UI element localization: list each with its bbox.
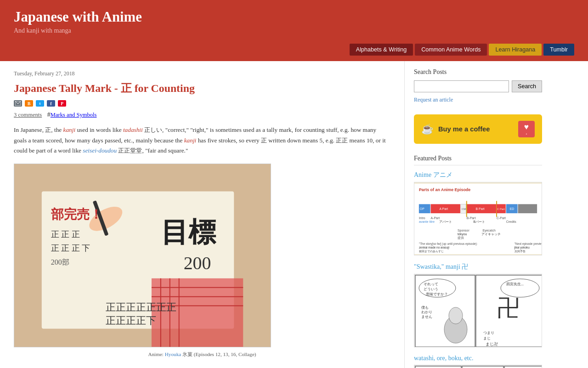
email-icon[interactable] [14, 100, 22, 107]
post-meta: 3 comments #Marks and Symbols [14, 111, 390, 119]
svg-text:僕も: 僕も [421, 306, 429, 310]
kanji-link-2[interactable]: kanji [184, 137, 197, 144]
svg-text:Bパート: Bパート [474, 220, 486, 223]
svg-text:Sponsor: Sponsor [458, 228, 469, 232]
post-tag-link[interactable]: Marks and Symbols [51, 112, 97, 118]
featured-item-3: watashi, ore, boku, etc. よく その人の こと かわいや [414, 355, 542, 368]
featured-link-1[interactable]: Anime アニメ [414, 171, 542, 179]
post-body: In Japanese, 正, the kanji used in words … [14, 125, 390, 156]
svg-text:200部: 200部 [51, 258, 69, 266]
post-title: Japanese Tally Mark - 正 for Counting [14, 81, 390, 96]
svg-text:tekyou: tekyou [458, 232, 467, 236]
svg-text:卍: 卍 [497, 295, 520, 321]
search-input[interactable] [414, 80, 509, 92]
svg-text:C Part: C Part [497, 208, 505, 210]
svg-rect-36 [518, 204, 537, 213]
svg-text:jikai yokoku: jikai yokoku [514, 246, 530, 249]
search-section: Search Posts Search Request an article [414, 68, 542, 103]
site-tagline: And kanji with manga [14, 27, 574, 34]
nav-common-words[interactable]: Common Anime Words [415, 44, 487, 56]
post-actions: B t f P [14, 100, 390, 107]
site-header: Japanese with Anime And kanji with manga [0, 0, 588, 44]
sidebar: Search Posts Search Request an article ☕… [404, 61, 551, 368]
svg-text:どういう: どういう [424, 287, 438, 291]
coffee-section: ☕ Buy me a coffee ♥ • [414, 114, 542, 144]
image-caption: Anime: Hyouka 氷菓 (Episodes 12, 13, 16, C… [14, 351, 390, 358]
svg-text:正正正正下: 正正正正下 [106, 315, 156, 326]
svg-text:B-Part: B-Part [467, 216, 476, 219]
request-article-link[interactable]: Request an article [414, 96, 453, 103]
svg-text:Eyecatch: Eyecatch [482, 228, 496, 232]
svg-text:A-Part: A-Part [431, 216, 440, 219]
blogger-icon[interactable]: B [25, 100, 33, 107]
coffee-heart-icon: ♥ • [518, 121, 535, 137]
svg-text:まじ卍: まじ卍 [486, 342, 498, 346]
svg-text:四宮先生...: 四宮先生... [506, 282, 524, 286]
svg-text:正正正正正正正: 正正正正正正正 [106, 301, 176, 312]
svg-text:OP: OP [420, 207, 424, 210]
main-content: Tuesday, February 27, 2018 Japanese Tall… [0, 61, 404, 368]
svg-text:アイキャッチ: アイキャッチ [481, 232, 501, 235]
seisei-link[interactable]: seisei-doudou [83, 147, 117, 154]
coffee-mug-icon: ☕ [421, 123, 434, 135]
svg-rect-75 [415, 366, 461, 368]
svg-text:正 正 正 下: 正 正 正 下 [51, 243, 90, 253]
featured-img-3: よく その人の こと かわいや あなた は.. [414, 365, 542, 368]
buy-coffee-button[interactable]: ☕ Buy me a coffee ♥ • [414, 114, 542, 144]
svg-text:B Part: B Part [476, 207, 485, 210]
tadashii-link[interactable]: tadashii [123, 126, 143, 133]
svg-rect-85 [504, 366, 542, 368]
facebook-icon[interactable]: f [47, 100, 55, 107]
svg-text:"Next episode preview:: "Next episode preview: [514, 242, 542, 246]
svg-rect-30 [466, 201, 467, 217]
svg-text:それって: それって [424, 282, 438, 286]
page-layout: Tuesday, February 27, 2018 Japanese Tall… [0, 61, 588, 368]
kanji-link-1[interactable]: kanji [63, 126, 76, 133]
svg-text:わかり: わかり [421, 310, 432, 314]
svg-text:アパート: アパート [439, 220, 452, 223]
tag-hash: # [47, 111, 51, 118]
featured-link-2[interactable]: "Swastika," manji 卍 [414, 263, 542, 271]
svg-point-66 [449, 307, 463, 324]
svg-text:部完売！: 部完売！ [51, 207, 102, 221]
svg-text:Parts of an Anime Episode: Parts of an Anime Episode [419, 187, 470, 192]
featured-title: Featured Posts [414, 155, 542, 165]
coffee-left: ☕ Buy me a coffee [421, 123, 490, 135]
svg-text:avante titre: avante titre [419, 220, 435, 223]
svg-text:ED: ED [510, 207, 514, 210]
pinterest-icon[interactable]: P [58, 100, 66, 107]
featured-section: Featured Posts Anime アニメ Parts of an Ani… [414, 155, 542, 368]
nav-hiragana[interactable]: Learn Hiragana [489, 44, 542, 56]
search-title: Search Posts [414, 68, 542, 76]
featured-img-2: それって どういう 意味ですか？ 僕も わかり ません 卍 [414, 274, 542, 347]
featured-link-3[interactable]: watashi, ore, boku, etc. [414, 355, 542, 362]
comments-link[interactable]: 3 comments [14, 112, 42, 118]
nav-bar: Alphabets & Writing Common Anime Words L… [0, 44, 588, 61]
svg-text:次回予告: 次回予告 [514, 249, 526, 253]
search-button[interactable]: Search [512, 80, 542, 92]
coffee-label: Buy me a coffee [438, 125, 490, 133]
coffee-heart-dot: • [526, 132, 527, 136]
svg-text:前回までのあらすじ: 前回までのあらすじ [419, 249, 444, 253]
nav-alphabets[interactable]: Alphabets & Writing [350, 44, 413, 56]
svg-text:Intro: Intro [419, 216, 425, 219]
svg-text:ません: ません [421, 315, 432, 319]
search-row: Search [414, 80, 542, 92]
site-title[interactable]: Japanese with Anime [14, 9, 574, 25]
nav-tumblr[interactable]: Tumblr [543, 44, 574, 56]
svg-text:まじ: まじ [483, 336, 491, 340]
svg-text:CM: CM [462, 208, 466, 210]
svg-text:200: 200 [184, 253, 211, 273]
svg-text:提供: 提供 [458, 236, 464, 239]
featured-item-2: "Swastika," manji 卍 それって どういう 意味ですか？ 僕も … [414, 263, 542, 347]
anime-link[interactable]: Hyouka [165, 351, 181, 357]
svg-text:目標: 目標 [161, 217, 217, 248]
featured-img-1: Parts of an Anime Episode OP A Part CM [414, 182, 542, 255]
svg-text:"The story[so far] (up until p: "The story[so far] (up until previous ep… [419, 242, 478, 246]
svg-text:A Part: A Part [439, 207, 448, 210]
svg-text:意味ですか？: 意味ですか？ [425, 292, 448, 296]
svg-text:zenkai made no arasuji: zenkai made no arasuji [419, 246, 449, 249]
post-date: Tuesday, February 27, 2018 [14, 70, 390, 77]
featured-item-1: Anime アニメ Parts of an Anime Episode OP A… [414, 171, 542, 255]
twitter-icon[interactable]: t [36, 100, 44, 107]
